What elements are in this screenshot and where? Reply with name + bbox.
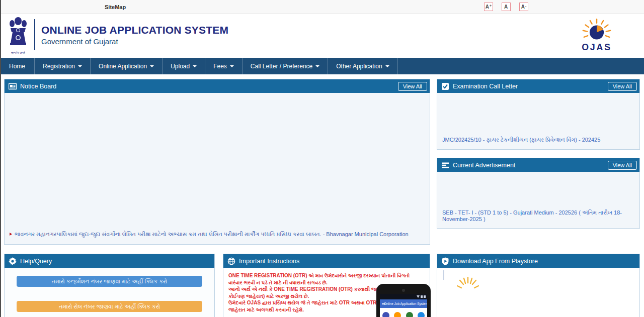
- page-subtitle: Government of Gujarat: [41, 37, 228, 46]
- help-query-body: તમારો કન્ફર્મેશન નંબર જાણવા માટે અહીં ક્…: [5, 268, 214, 317]
- font-normal-button[interactable]: A: [502, 3, 511, 11]
- main-navigation: Home Registration Online Application Upl…: [0, 58, 644, 74]
- checkbox-checked-icon: [441, 82, 449, 90]
- font-increase-sup: +: [490, 4, 492, 8]
- font-increase-button[interactable]: A+: [484, 3, 493, 11]
- confirmation-number-button[interactable]: તમારો કન્ફર્મેશન નંબર જાણવા માટે અહીં ક્…: [17, 276, 202, 287]
- chevron-down-icon: [230, 65, 234, 67]
- nav-item-upload[interactable]: Upload: [163, 58, 205, 74]
- nav-online-application-label: Online Application: [99, 63, 147, 70]
- call-letter-link[interactable]: JMC/202425/10 - ફાયર ટેકનીશીયન (ફાયર પ્ર…: [442, 137, 600, 143]
- help-query-header: Help/Query: [5, 254, 214, 268]
- current-advertisement-panel: Current Advertisement View All SEB - TET…: [437, 158, 640, 229]
- header-divider: [34, 19, 35, 50]
- ojas-logo-text: OJAS: [582, 42, 612, 52]
- font-normal-label: A: [504, 4, 508, 10]
- download-app-panel: Download App From Playstore: [437, 254, 640, 317]
- nav-fees-label: Fees: [213, 63, 227, 70]
- current-advertisement-body: SEB - TET- I - (STD 1 to 5) - Gujarati M…: [437, 172, 639, 228]
- notice-board-header: Notice Board View All: [5, 79, 430, 93]
- nav-item-online-application[interactable]: Online Application: [91, 58, 163, 74]
- site-title-block: ONLINE JOB APPLICATION SYSTEM Government…: [41, 24, 228, 46]
- nav-other-application-label: Other Application: [336, 63, 382, 70]
- content-row-top: Notice Board View All ભાવનગર મહાનગરપાલિક…: [4, 79, 640, 245]
- examination-call-letter-body: JMC/202425/10 - ફાયર ટેકનીશીયન (ફાયર પ્ર…: [437, 93, 639, 149]
- roll-number-button[interactable]: તમારો રોલ નંબર જાણવા માટે અહીં ક્લિક કરો: [17, 301, 202, 312]
- content-row-bottom: Help/Query તમારો કન્ફર્મેશન નંબર જાણવા મ…: [4, 254, 640, 317]
- font-decrease-sup: -: [525, 4, 526, 8]
- nav-item-call-letter-preference[interactable]: Call Letter / Preference: [243, 58, 328, 74]
- chevron-down-icon: [150, 65, 154, 67]
- nav-call-letter-label: Call Letter / Preference: [251, 63, 312, 70]
- top-utility-bar: SiteMap A+ A A-: [0, 0, 644, 14]
- important-instructions-title: Important Instructions: [239, 258, 299, 265]
- nav-item-home[interactable]: Home: [0, 58, 35, 74]
- chevron-down-icon: [385, 65, 389, 67]
- nav-upload-label: Upload: [171, 63, 190, 70]
- nav-home-label: Home: [9, 63, 25, 70]
- notice-item-text: ભાવનગર મહાનગરપાલિકામાં જુદા-જુદા સંવર્ગો…: [15, 231, 409, 238]
- notice-item[interactable]: ભાવનગર મહાનગરપાલિકામાં જુદા-જુદા સંવર્ગો…: [10, 231, 409, 238]
- ashoka-emblem-icon: [8, 17, 29, 51]
- india-emblem-logo: सत्यमेव जयते: [7, 17, 29, 55]
- important-instructions-header: Important Instructions: [223, 254, 430, 268]
- notice-board-body: ભાવનગર મહાનગરપાલિકામાં જુદા-જુદા સંવર્ગો…: [5, 93, 430, 244]
- current-advertisement-view-all-button[interactable]: View All: [608, 161, 637, 170]
- examination-call-letter-header: Examination Call Letter View All: [437, 79, 639, 93]
- font-decrease-button[interactable]: A-: [519, 3, 528, 11]
- right-column: Examination Call Letter View All JMC/202…: [437, 79, 640, 245]
- ojas-logo: OJAS: [582, 18, 612, 54]
- gear-icon: [9, 257, 17, 265]
- advertisement-link[interactable]: SEB - TET- I - (STD 1 to 5) - Gujarati M…: [442, 209, 634, 222]
- download-app-body: OJAS Govt. of Gujarat: [437, 268, 639, 317]
- playstore-shield-icon: [441, 257, 449, 265]
- notice-board-view-all-button[interactable]: View All: [398, 82, 427, 91]
- sitemap-link[interactable]: SiteMap: [105, 4, 126, 10]
- red-arrow-bullet-icon: [10, 233, 12, 236]
- notice-board-panel: Notice Board View All ભાવનગર મહાનગરપાલિક…: [4, 79, 430, 245]
- window-left-edge: [0, 0, 1, 317]
- list-icon: [441, 161, 449, 169]
- font-size-controls: A+ A A-: [484, 3, 528, 11]
- globe-icon: [227, 257, 235, 265]
- nav-item-registration[interactable]: Registration: [35, 58, 91, 74]
- page-title: ONLINE JOB APPLICATION SYSTEM: [41, 24, 228, 36]
- nav-item-fees[interactable]: Fees: [205, 58, 243, 74]
- help-query-panel: Help/Query તમારો કન્ફર્મેશન નંબર જાણવા મ…: [4, 254, 215, 317]
- chevron-down-icon: [78, 65, 82, 67]
- newspaper-icon: [9, 82, 17, 90]
- download-app-header: Download App From Playstore: [437, 254, 639, 268]
- examination-call-letter-view-all-button[interactable]: View All: [608, 82, 637, 91]
- font-increase-label: A: [486, 4, 489, 10]
- main-content: Notice Board View All ભાવનગર મહાનગરપાલિક…: [0, 74, 644, 317]
- current-advertisement-title: Current Advertisement: [453, 162, 515, 169]
- site-header: सत्यमेव जयते ONLINE JOB APPLICATION SYST…: [0, 14, 644, 58]
- help-query-title: Help/Query: [20, 258, 52, 265]
- font-decrease-label: A: [521, 4, 525, 10]
- download-app-title: Download App From Playstore: [453, 258, 538, 265]
- chevron-down-icon: [315, 65, 319, 67]
- current-advertisement-header: Current Advertisement View All: [437, 158, 639, 172]
- chevron-down-icon: [193, 65, 197, 67]
- emblem-caption: सत्यमेव जयते: [11, 51, 25, 55]
- nav-registration-label: Registration: [43, 63, 75, 70]
- notice-board-title: Notice Board: [20, 83, 56, 90]
- examination-call-letter-panel: Examination Call Letter View All JMC/202…: [437, 79, 640, 150]
- examination-call-letter-title: Examination Call Letter: [453, 83, 518, 90]
- playstore-banner[interactable]: OJAS Govt. of Gujarat: [443, 270, 444, 280]
- nav-item-other-application[interactable]: Other Application: [328, 58, 397, 74]
